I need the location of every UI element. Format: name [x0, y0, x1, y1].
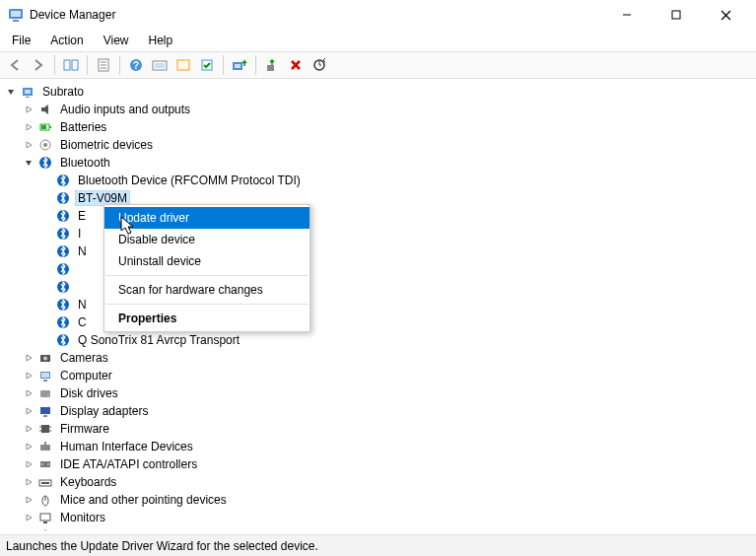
svg-rect-60	[44, 442, 46, 445]
svg-point-63	[47, 463, 49, 465]
back-icon[interactable]	[4, 54, 26, 76]
context-menu-separator	[105, 304, 309, 305]
tree-item-label: Display adapters	[57, 404, 151, 418]
expand-icon[interactable]	[22, 156, 35, 170]
tree-category-6[interactable]: Disk drives	[4, 384, 756, 402]
help-icon[interactable]: ?	[125, 54, 147, 76]
tree-category-10[interactable]: IDE ATA/ATAPI controllers	[4, 455, 756, 473]
app-icon	[8, 7, 24, 23]
statusbar: Launches the Update Driver Wizard for th…	[0, 534, 756, 556]
expand-icon[interactable]	[22, 369, 35, 382]
tree-category-5[interactable]: Computer	[4, 367, 756, 384]
tree-item-label: Subrato	[39, 85, 87, 99]
svg-rect-22	[267, 65, 274, 71]
tree-category-13[interactable]: Monitors	[4, 509, 756, 526]
tree-item-label: Bluetooth	[57, 156, 113, 170]
tree-category-14[interactable]: Network adapters	[4, 526, 756, 530]
tree-item-label: Q SonoTrix 81 Avrcp Transport	[75, 333, 242, 347]
tree-category-7[interactable]: Display adapters	[4, 402, 756, 420]
disable-icon[interactable]	[285, 54, 307, 76]
expand-icon[interactable]	[22, 404, 35, 418]
tree-root[interactable]: Subrato	[4, 83, 756, 101]
tree-item-label: N	[75, 244, 90, 258]
expand-icon[interactable]	[22, 351, 35, 365]
menu-view[interactable]: View	[96, 32, 137, 49]
tree-category-8[interactable]: Firmware	[4, 420, 756, 438]
tree-category-0[interactable]: Audio inputs and outputs	[4, 101, 756, 118]
tree-item-label: Computer	[57, 369, 115, 382]
action-icon[interactable]	[149, 54, 171, 76]
bluetooth-icon	[37, 155, 53, 171]
tree-item-label: N	[75, 298, 90, 312]
menu-help[interactable]: Help	[141, 32, 181, 49]
tree-item-label: I	[75, 227, 84, 241]
minimize-button[interactable]	[604, 2, 650, 28]
tree-category-11[interactable]: Keyboards	[4, 473, 756, 491]
context-menu-item-scan-for-hardware-changes[interactable]: Scan for hardware changes	[104, 279, 309, 301]
expand-icon[interactable]	[22, 493, 35, 507]
update-driver-icon[interactable]	[229, 54, 250, 76]
tree-category-9[interactable]: Human Interface Devices	[4, 438, 756, 455]
bluetooth-icon	[55, 173, 71, 188]
maximize-button[interactable]	[653, 2, 699, 28]
context-menu-item-disable-device[interactable]: Disable device	[104, 229, 309, 250]
context-menu-item-update-driver[interactable]: Update driver	[104, 207, 309, 229]
svg-point-62	[41, 463, 43, 465]
expand-icon[interactable]	[22, 475, 35, 489]
tree-device-3-0[interactable]: Bluetooth Device (RFCOMM Protocol TDI)	[4, 172, 756, 189]
tree-category-12[interactable]: Mice and other pointing devices	[4, 491, 756, 509]
svg-rect-52	[40, 407, 50, 414]
svg-rect-68	[40, 514, 50, 521]
bluetooth-icon	[55, 190, 71, 206]
expand-icon[interactable]	[22, 440, 35, 453]
svg-rect-50	[40, 390, 50, 397]
tree-category-3[interactable]: Bluetooth	[4, 154, 756, 172]
svg-point-46	[43, 357, 47, 361]
expand-icon[interactable]	[22, 138, 35, 152]
scan-icon[interactable]	[309, 54, 330, 76]
svg-rect-27	[25, 90, 31, 94]
expand-icon[interactable]	[22, 120, 35, 134]
tree-item-label: Bluetooth Device (RFCOMM Protocol TDI)	[75, 174, 304, 187]
bluetooth-icon	[55, 226, 71, 242]
expand-icon	[39, 280, 53, 294]
expand-icon[interactable]	[22, 457, 35, 471]
expand-icon[interactable]	[22, 422, 35, 436]
expand-icon	[39, 298, 53, 312]
context-menu-separator	[105, 275, 309, 276]
display-icon	[37, 403, 53, 419]
tree-item-label: Network adapters	[57, 528, 156, 530]
svg-rect-65	[41, 482, 49, 484]
tree-category-1[interactable]: Batteries	[4, 118, 756, 136]
bluetooth-icon	[55, 314, 71, 330]
context-menu: Update driverDisable deviceUninstall dev…	[103, 204, 310, 332]
enable-icon[interactable]	[196, 54, 218, 76]
forward-icon[interactable]	[28, 54, 49, 76]
svg-rect-4	[672, 11, 680, 19]
tree-category-2[interactable]: Biometric devices	[4, 136, 756, 154]
bluetooth-icon	[55, 261, 71, 277]
tree-device-3-9[interactable]: Q SonoTrix 81 Avrcp Transport	[4, 331, 756, 349]
menu-action[interactable]: Action	[42, 32, 91, 49]
bluetooth-icon	[55, 297, 71, 313]
expand-icon[interactable]	[22, 528, 35, 530]
context-menu-item-properties[interactable]: Properties	[104, 308, 309, 329]
camera-icon	[37, 350, 53, 366]
tree-category-4[interactable]: Cameras	[4, 349, 756, 367]
bluetooth-icon	[55, 332, 71, 348]
refresh-icon[interactable]	[172, 54, 194, 76]
expand-icon[interactable]	[4, 85, 18, 99]
expand-icon[interactable]	[22, 386, 35, 400]
bluetooth-icon	[55, 208, 71, 224]
svg-rect-1	[11, 11, 21, 17]
toolbar: ?	[0, 51, 756, 79]
menu-file[interactable]: File	[4, 32, 38, 49]
show-hidden-icon[interactable]	[60, 54, 82, 76]
uninstall-icon[interactable]	[261, 54, 283, 76]
context-menu-item-uninstall-device[interactable]: Uninstall device	[104, 250, 309, 272]
close-button[interactable]	[703, 2, 748, 28]
tree-item-label: IDE ATA/ATAPI controllers	[57, 457, 200, 471]
expand-icon[interactable]	[22, 511, 35, 524]
properties-icon[interactable]	[93, 54, 114, 76]
expand-icon[interactable]	[22, 103, 35, 116]
